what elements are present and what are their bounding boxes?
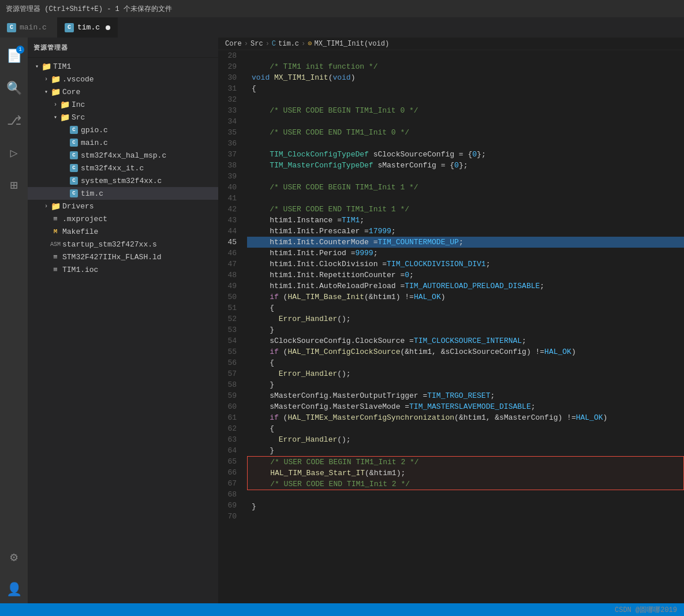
sidebar-item-gpio-c[interactable]: C gpio.c: [28, 124, 218, 136]
tab-main-c[interactable]: C main.c: [0, 17, 58, 38]
activity-source-control[interactable]: ⎇: [0, 107, 28, 135]
ln-33: 33: [218, 105, 241, 116]
sidebar-item-src[interactable]: ▾ 📁 Src: [28, 111, 218, 124]
sidebar-item-drivers[interactable]: › 📁 Drivers: [28, 200, 218, 212]
breadcrumb-file[interactable]: tim.c: [278, 40, 299, 48]
ln-42: 42: [218, 204, 241, 215]
file-icon: ≡: [51, 265, 60, 274]
ln-66: 66: [218, 467, 241, 478]
sidebar-item-tim1[interactable]: ▾ 📁 TIM1: [28, 60, 218, 73]
breadcrumb-core[interactable]: Core: [225, 40, 242, 48]
code-line-63: Error_Handler ();: [247, 434, 684, 445]
search-icon: 🔍: [6, 81, 22, 96]
code-line-49: htim1.Init.AutoReloadPreload = TIM_AUTOR…: [247, 281, 684, 292]
breadcrumb-sep: ›: [266, 40, 270, 48]
make-icon: M: [51, 227, 60, 236]
item-label: Src: [72, 113, 85, 122]
breadcrumb-sep: ›: [244, 40, 248, 48]
comment: /* TIM1 init function */: [252, 61, 377, 72]
ln-43: 43: [218, 215, 241, 226]
code-line-31: {: [247, 83, 684, 94]
ln-70: 70: [218, 511, 241, 522]
file-icon: ≡: [51, 252, 60, 262]
ln-54: 54: [218, 335, 241, 346]
editor-area: Core › Src › C tim.c › ⊙ MX_TIM1_Init(vo…: [218, 38, 684, 603]
main-area: 📄 1 🔍 ⎇ ▷ ⊞ ⚙ 👤 资源管理器 ▾ 📁: [0, 38, 684, 603]
tab-label: main.c: [20, 23, 47, 32]
item-label: startup_stm32f427xx.s: [62, 240, 157, 249]
arrow-icon: ›: [42, 76, 51, 83]
keyword: void: [252, 72, 270, 83]
code-line-29: /* TIM1 init function */: [247, 61, 684, 72]
breadcrumb-src[interactable]: Src: [251, 40, 263, 48]
code-line-44: htim1.Init.Prescaler = 17999 ;: [247, 226, 684, 237]
arrow-icon: ▾: [42, 88, 51, 95]
sidebar-item-startup[interactable]: ASM startup_stm32f427xx.s: [28, 238, 218, 251]
c-file-icon: C: [7, 23, 16, 32]
code-line-48: htim1.Init.RepetitionCounter = 0 ;: [247, 270, 684, 281]
sidebar-content: ▾ 📁 TIM1 › 📁 .vscode ▾ 📁 Core › 📁 Inc: [28, 58, 218, 603]
code-line-60: sMasterConfig.MasterSlaveMode = TIM_MAST…: [247, 401, 684, 412]
sidebar-item-system-c[interactable]: C system_stm32f4xx.c: [28, 174, 218, 187]
tab-tim-c[interactable]: C tim.c: [58, 17, 118, 38]
ln-44: 44: [218, 226, 241, 237]
activity-extensions[interactable]: ⊞: [0, 171, 28, 199]
code-line-66: HAL_TIM_Base_Start_IT (&htim1);: [248, 468, 683, 479]
ln-69: 69: [218, 500, 241, 511]
arrow-icon: ›: [42, 203, 51, 210]
arrow-icon: ▾: [32, 63, 42, 70]
activity-account[interactable]: 👤: [0, 576, 28, 603]
code-line-59: sMasterConfig.MasterOutputTrigger = TIM_…: [247, 390, 684, 401]
code-line-40: /* USER CODE BEGIN TIM1_Init 1 */: [247, 182, 684, 193]
sidebar-item-inc[interactable]: › 📁 Inc: [28, 98, 218, 111]
sidebar-item-makefile[interactable]: M Makefile: [28, 225, 218, 238]
sidebar-item-hal-msp-c[interactable]: C stm32f4xx_hal_msp.c: [28, 149, 218, 162]
sidebar-item-mxproject[interactable]: ≡ .mxproject: [28, 212, 218, 225]
code-line-42: /* USER CODE END TIM1_Init 1 */: [247, 204, 684, 215]
badge: 1: [16, 46, 24, 54]
sidebar-item-flash-ld[interactable]: ≡ STM32F427IIHx_FLASH.ld: [28, 251, 218, 263]
item-label: TIM1.ioc: [62, 266, 98, 274]
ln-30: 30: [218, 72, 241, 83]
sidebar-item-tim1-ioc[interactable]: ≡ TIM1.ioc: [28, 263, 218, 276]
ln-61: 61: [218, 412, 241, 423]
code-line-34: [247, 116, 684, 127]
breadcrumb-c-icon: C: [272, 40, 276, 48]
sidebar-title: 资源管理器: [28, 38, 218, 58]
ln-50: 50: [218, 292, 241, 303]
sidebar-item-main-c[interactable]: C main.c: [28, 136, 218, 149]
breadcrumb-function[interactable]: MX_TIM1_Init(void): [314, 40, 389, 48]
activity-debug[interactable]: ▷: [0, 139, 28, 167]
c-icon: C: [69, 163, 79, 173]
code-line-65: /* USER CODE BEGIN TIM1_Init 2 */: [248, 457, 683, 468]
settings-icon: ⚙: [10, 550, 17, 565]
sidebar-item-tim-c[interactable]: C tim.c: [28, 187, 218, 200]
code-line-28: [247, 50, 684, 61]
ln-40: 40: [218, 182, 241, 193]
sidebar-item-vscode[interactable]: › 📁 .vscode: [28, 73, 218, 85]
code-line-39: [247, 171, 684, 182]
breadcrumb-sep: ›: [301, 40, 305, 48]
title-bar: 资源管理器 (Ctrl+Shift+E) - 1 个未保存的文件: [0, 0, 684, 17]
code-line-45: htim1.Init.CounterMode = TIM_COUNTERMODE…: [247, 237, 684, 248]
code-content[interactable]: /* TIM1 init function */ void MX_TIM1_In…: [247, 50, 684, 603]
code-line-58: }: [247, 379, 684, 390]
activity-settings[interactable]: ⚙: [0, 543, 28, 571]
code-line-33: /* USER CODE BEGIN TIM1_Init 0 */: [247, 105, 684, 116]
folder-icon: 📁: [42, 62, 51, 71]
item-label: system_stm32f4xx.c: [81, 177, 162, 185]
activity-search[interactable]: 🔍: [0, 74, 28, 102]
activity-files[interactable]: 📄 1: [0, 42, 28, 70]
arrow-icon: ›: [51, 102, 60, 108]
code-editor[interactable]: 28 29 30 31 32 33 34 35 36 37 38 39 40 4…: [218, 50, 684, 603]
ln-45: 45: [218, 237, 241, 248]
ln-28: 28: [218, 50, 241, 61]
sidebar-item-it-c[interactable]: C stm32f4xx_it.c: [28, 162, 218, 174]
item-label: .vscode: [62, 75, 94, 84]
ln-36: 36: [218, 138, 241, 149]
activity-bar: 📄 1 🔍 ⎇ ▷ ⊞ ⚙ 👤: [0, 38, 28, 603]
ln-51: 51: [218, 303, 241, 313]
ln-64: 64: [218, 445, 241, 456]
code-line-53: }: [247, 324, 684, 335]
sidebar-item-core[interactable]: ▾ 📁 Core: [28, 85, 218, 98]
